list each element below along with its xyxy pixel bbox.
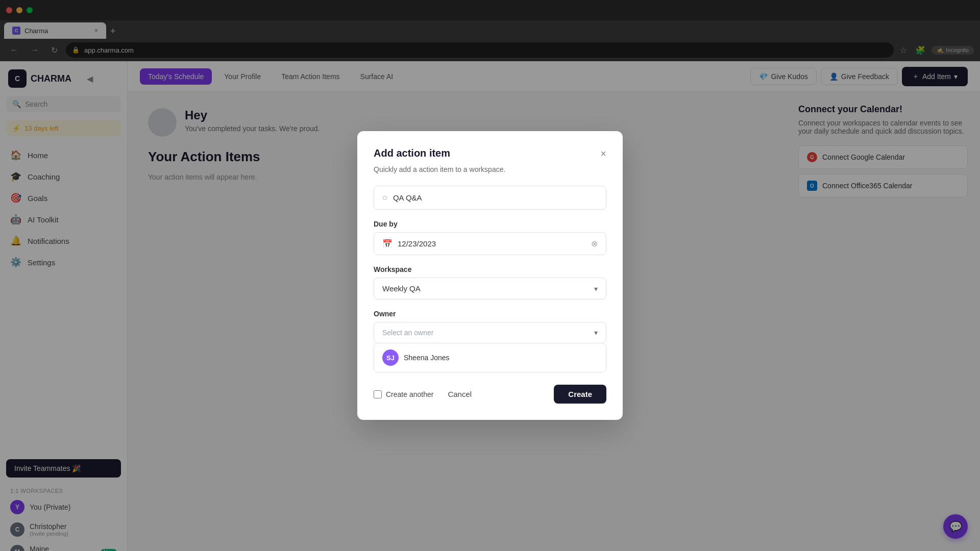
due-by-field: Due by 📅 12/23/2023 ⊗: [374, 220, 606, 255]
item-input-wrapper: ○: [374, 186, 606, 210]
date-value: 12/23/2023: [398, 239, 436, 248]
modal-close-button[interactable]: ×: [600, 148, 606, 159]
workspace-field: Workspace Weekly QA ▾: [374, 265, 606, 299]
check-circle-icon: ○: [382, 192, 388, 203]
create-another-checkbox[interactable]: [374, 390, 382, 398]
workspace-dropdown-arrow-icon: ▾: [594, 285, 598, 293]
create-another-text: Create another: [386, 390, 433, 398]
item-text-input[interactable]: [393, 193, 598, 202]
modal-footer: Create another Cancel Create: [374, 385, 606, 404]
owner-dropdown: SJ Sheena Jones: [374, 343, 606, 372]
owner-field: Owner Select an owner ▾ SJ Sheena Jones: [374, 310, 606, 372]
item-field: ○: [374, 186, 606, 210]
create-another-label[interactable]: Create another: [374, 390, 433, 398]
cancel-button[interactable]: Cancel: [439, 386, 480, 403]
create-button[interactable]: Create: [554, 385, 606, 404]
modal-header: Add action item ×: [374, 147, 606, 159]
date-input-wrapper[interactable]: 📅 12/23/2023 ⊗: [374, 232, 606, 255]
workspace-selected-value: Weekly QA: [382, 284, 421, 293]
calendar-icon: 📅: [382, 239, 393, 248]
due-by-label: Due by: [374, 220, 606, 228]
owner-placeholder: Select an owner: [382, 329, 433, 337]
modal-title: Add action item: [374, 147, 450, 159]
modal-overlay: Add action item × Quickly add a action i…: [0, 0, 980, 551]
modal-subtitle: Quickly add a action item to a workspace…: [374, 165, 606, 173]
owner-option-name: Sheena Jones: [404, 354, 450, 362]
owner-select[interactable]: Select an owner ▾: [374, 322, 606, 343]
owner-dropdown-arrow-icon: ▾: [594, 329, 598, 337]
workspace-label: Workspace: [374, 265, 606, 273]
add-action-item-modal: Add action item × Quickly add a action i…: [357, 131, 623, 420]
workspace-select[interactable]: Weekly QA ▾: [374, 278, 606, 299]
owner-option-sheena[interactable]: SJ Sheena Jones: [374, 343, 606, 372]
sheena-avatar: SJ: [382, 349, 399, 366]
date-clear-button[interactable]: ⊗: [591, 239, 598, 248]
owner-label: Owner: [374, 310, 606, 318]
